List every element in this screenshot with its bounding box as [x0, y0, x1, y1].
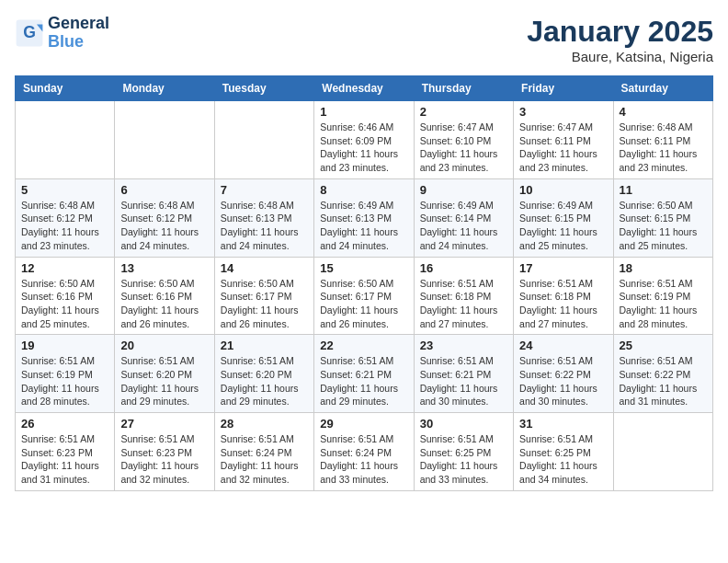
day-cell-14: 14Sunrise: 6:50 AM Sunset: 6:17 PM Dayli…	[214, 257, 313, 335]
day-header-saturday: Saturday	[613, 76, 712, 101]
day-cell-13: 13Sunrise: 6:50 AM Sunset: 6:16 PM Dayli…	[115, 257, 214, 335]
day-info: Sunrise: 6:47 AM Sunset: 6:10 PM Dayligh…	[420, 121, 507, 175]
day-cell-16: 16Sunrise: 6:51 AM Sunset: 6:18 PM Dayli…	[414, 257, 513, 335]
day-cell-4: 4Sunrise: 6:48 AM Sunset: 6:11 PM Daylig…	[613, 101, 712, 179]
day-number: 20	[120, 339, 208, 352]
day-info: Sunrise: 6:51 AM Sunset: 6:19 PM Dayligh…	[21, 354, 108, 408]
day-number: 21	[221, 339, 308, 352]
day-cell-20: 20Sunrise: 6:51 AM Sunset: 6:20 PM Dayli…	[115, 335, 214, 413]
day-info: Sunrise: 6:49 AM Sunset: 6:13 PM Dayligh…	[320, 199, 407, 253]
day-info: Sunrise: 6:51 AM Sunset: 6:25 PM Dayligh…	[519, 432, 607, 487]
calendar-subtitle: Baure, Katsina, Nigeria	[527, 49, 713, 64]
day-number: 10	[519, 183, 607, 197]
day-number: 13	[120, 261, 208, 275]
day-cell-27: 27Sunrise: 6:51 AM Sunset: 6:23 PM Dayli…	[115, 413, 214, 491]
logo-icon: G	[15, 18, 44, 48]
day-info: Sunrise: 6:50 AM Sunset: 6:15 PM Dayligh…	[620, 199, 707, 253]
logo-line2: Blue	[48, 33, 109, 52]
day-info: Sunrise: 6:51 AM Sunset: 6:23 PM Dayligh…	[21, 432, 108, 487]
day-number: 4	[620, 105, 707, 119]
day-number: 22	[320, 339, 407, 352]
day-number: 15	[320, 261, 407, 275]
day-cell-empty	[214, 101, 313, 179]
day-number: 8	[320, 183, 407, 197]
day-info: Sunrise: 6:46 AM Sunset: 6:09 PM Dayligh…	[320, 121, 407, 175]
day-header-sunday: Sunday	[16, 76, 115, 101]
day-number: 5	[21, 183, 108, 197]
day-info: Sunrise: 6:51 AM Sunset: 6:24 PM Dayligh…	[221, 432, 308, 487]
day-number: 23	[420, 339, 507, 352]
day-cell-5: 5Sunrise: 6:48 AM Sunset: 6:12 PM Daylig…	[16, 178, 115, 257]
logo: G General Blue	[15, 15, 109, 52]
day-cell-empty	[115, 101, 214, 179]
week-row-2: 5Sunrise: 6:48 AM Sunset: 6:12 PM Daylig…	[16, 178, 713, 257]
day-info: Sunrise: 6:49 AM Sunset: 6:15 PM Dayligh…	[519, 199, 607, 253]
day-header-monday: Monday	[115, 76, 214, 101]
day-info: Sunrise: 6:48 AM Sunset: 6:11 PM Dayligh…	[620, 121, 707, 175]
day-cell-11: 11Sunrise: 6:50 AM Sunset: 6:15 PM Dayli…	[613, 178, 712, 257]
day-number: 2	[420, 105, 507, 119]
day-cell-empty	[613, 413, 712, 491]
day-cell-3: 3Sunrise: 6:47 AM Sunset: 6:11 PM Daylig…	[514, 101, 613, 179]
calendar-header-row: SundayMondayTuesdayWednesdayThursdayFrid…	[16, 76, 713, 101]
day-info: Sunrise: 6:50 AM Sunset: 6:17 PM Dayligh…	[221, 277, 308, 331]
day-number: 17	[519, 261, 607, 275]
day-header-friday: Friday	[514, 76, 613, 101]
day-number: 26	[21, 417, 108, 431]
day-number: 9	[420, 183, 507, 197]
week-row-4: 19Sunrise: 6:51 AM Sunset: 6:19 PM Dayli…	[16, 335, 713, 413]
day-cell-15: 15Sunrise: 6:50 AM Sunset: 6:17 PM Dayli…	[314, 257, 414, 335]
day-number: 30	[420, 417, 507, 431]
day-cell-21: 21Sunrise: 6:51 AM Sunset: 6:20 PM Dayli…	[214, 335, 313, 413]
day-number: 16	[420, 261, 507, 275]
day-header-wednesday: Wednesday	[314, 76, 414, 101]
day-cell-19: 19Sunrise: 6:51 AM Sunset: 6:19 PM Dayli…	[16, 335, 115, 413]
day-number: 24	[519, 339, 607, 352]
day-number: 27	[120, 417, 208, 431]
day-cell-22: 22Sunrise: 6:51 AM Sunset: 6:21 PM Dayli…	[314, 335, 414, 413]
day-number: 1	[320, 105, 407, 119]
day-number: 12	[21, 261, 108, 275]
day-cell-12: 12Sunrise: 6:50 AM Sunset: 6:16 PM Dayli…	[16, 257, 115, 335]
day-info: Sunrise: 6:50 AM Sunset: 6:16 PM Dayligh…	[120, 277, 208, 331]
week-row-1: 1Sunrise: 6:46 AM Sunset: 6:09 PM Daylig…	[16, 101, 713, 179]
day-cell-2: 2Sunrise: 6:47 AM Sunset: 6:10 PM Daylig…	[414, 101, 513, 179]
day-info: Sunrise: 6:51 AM Sunset: 6:19 PM Dayligh…	[620, 277, 707, 331]
week-row-3: 12Sunrise: 6:50 AM Sunset: 6:16 PM Dayli…	[16, 257, 713, 335]
day-cell-9: 9Sunrise: 6:49 AM Sunset: 6:14 PM Daylig…	[414, 178, 513, 257]
day-cell-7: 7Sunrise: 6:48 AM Sunset: 6:13 PM Daylig…	[214, 178, 313, 257]
day-info: Sunrise: 6:50 AM Sunset: 6:17 PM Dayligh…	[320, 277, 407, 331]
day-number: 31	[519, 417, 607, 431]
day-header-thursday: Thursday	[414, 76, 513, 101]
day-cell-8: 8Sunrise: 6:49 AM Sunset: 6:13 PM Daylig…	[314, 178, 414, 257]
day-info: Sunrise: 6:51 AM Sunset: 6:20 PM Dayligh…	[221, 354, 308, 408]
day-info: Sunrise: 6:48 AM Sunset: 6:12 PM Dayligh…	[21, 199, 108, 253]
day-number: 6	[120, 183, 208, 197]
day-number: 14	[221, 261, 308, 275]
day-info: Sunrise: 6:51 AM Sunset: 6:18 PM Dayligh…	[519, 277, 607, 331]
page-header: G General Blue January 2025 Baure, Katsi…	[15, 15, 713, 64]
day-cell-30: 30Sunrise: 6:51 AM Sunset: 6:25 PM Dayli…	[414, 413, 513, 491]
day-cell-empty	[16, 101, 115, 179]
day-info: Sunrise: 6:50 AM Sunset: 6:16 PM Dayligh…	[21, 277, 108, 331]
day-cell-23: 23Sunrise: 6:51 AM Sunset: 6:21 PM Dayli…	[414, 335, 513, 413]
title-block: January 2025 Baure, Katsina, Nigeria	[527, 15, 713, 64]
day-number: 3	[519, 105, 607, 119]
day-cell-18: 18Sunrise: 6:51 AM Sunset: 6:19 PM Dayli…	[613, 257, 712, 335]
day-number: 11	[620, 183, 707, 197]
day-cell-28: 28Sunrise: 6:51 AM Sunset: 6:24 PM Dayli…	[214, 413, 313, 491]
day-number: 29	[320, 417, 407, 431]
day-cell-17: 17Sunrise: 6:51 AM Sunset: 6:18 PM Dayli…	[514, 257, 613, 335]
day-info: Sunrise: 6:51 AM Sunset: 6:25 PM Dayligh…	[420, 432, 507, 487]
day-info: Sunrise: 6:51 AM Sunset: 6:22 PM Dayligh…	[620, 354, 707, 408]
day-cell-10: 10Sunrise: 6:49 AM Sunset: 6:15 PM Dayli…	[514, 178, 613, 257]
day-info: Sunrise: 6:51 AM Sunset: 6:24 PM Dayligh…	[320, 432, 407, 487]
day-number: 28	[221, 417, 308, 431]
day-info: Sunrise: 6:51 AM Sunset: 6:20 PM Dayligh…	[120, 354, 208, 408]
day-cell-31: 31Sunrise: 6:51 AM Sunset: 6:25 PM Dayli…	[514, 413, 613, 491]
day-number: 18	[620, 261, 707, 275]
logo-line1: General	[48, 15, 109, 33]
day-info: Sunrise: 6:49 AM Sunset: 6:14 PM Dayligh…	[420, 199, 507, 253]
day-info: Sunrise: 6:51 AM Sunset: 6:21 PM Dayligh…	[420, 354, 507, 408]
day-cell-24: 24Sunrise: 6:51 AM Sunset: 6:22 PM Dayli…	[514, 335, 613, 413]
